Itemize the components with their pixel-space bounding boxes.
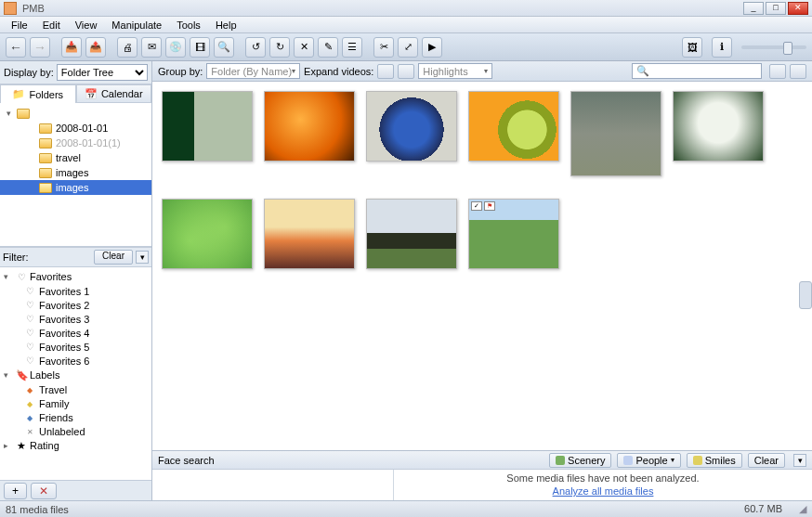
tree-item-selected[interactable]: images bbox=[0, 180, 151, 195]
label-item[interactable]: Friends bbox=[0, 410, 151, 424]
close-button[interactable]: ✕ bbox=[788, 2, 808, 15]
zoom-slider[interactable] bbox=[741, 45, 806, 49]
expand-videos-label: Expand videos: bbox=[304, 66, 373, 77]
tree-item[interactable]: travel bbox=[0, 150, 151, 165]
label-item[interactable]: Unlabeled bbox=[0, 424, 151, 438]
rating-heading: Rating bbox=[30, 440, 59, 451]
menu-manipulate[interactable]: Manipulate bbox=[104, 18, 169, 32]
favorite-item[interactable]: Favorites 5 bbox=[0, 340, 151, 354]
tree-item-label: images bbox=[56, 182, 88, 193]
thumbnail[interactable] bbox=[162, 91, 253, 162]
display-by-select[interactable]: Folder Tree bbox=[57, 64, 148, 81]
label-item[interactable]: Travel bbox=[0, 382, 151, 396]
favorite-item[interactable]: Favorites 2 bbox=[0, 298, 151, 312]
remove-button[interactable]: ✕ bbox=[31, 483, 57, 499]
tree-item[interactable]: 2008-01-01 bbox=[0, 121, 151, 136]
heart-icon bbox=[24, 342, 35, 352]
search-input[interactable]: 🔍 bbox=[632, 63, 762, 79]
minimize-button[interactable]: _ bbox=[743, 2, 764, 15]
maximize-button[interactable]: □ bbox=[766, 2, 786, 15]
status-file-count: 81 media files bbox=[6, 504, 69, 515]
thumbnail[interactable] bbox=[264, 199, 355, 269]
view-detail-button[interactable] bbox=[790, 64, 806, 79]
landscape-button[interactable]: 🖼 bbox=[682, 37, 702, 58]
label-text: Friends bbox=[39, 412, 73, 423]
edit-button[interactable]: ✎ bbox=[318, 37, 338, 58]
search-icon: 🔍 bbox=[636, 65, 649, 77]
add-button[interactable]: + bbox=[4, 483, 27, 499]
thumbnail[interactable]: ✓ ⚑ bbox=[468, 199, 559, 269]
analyze-link[interactable]: Analyze all media files bbox=[401, 485, 805, 497]
expand-videos-film-button[interactable] bbox=[377, 64, 394, 79]
disc-button[interactable]: 💿 bbox=[165, 37, 186, 58]
favorite-label: Favorites 3 bbox=[39, 314, 89, 325]
tag-icon: 🔖 bbox=[16, 369, 27, 381]
movie-button[interactable]: 🎞 bbox=[190, 37, 210, 58]
menu-file[interactable]: File bbox=[4, 18, 35, 32]
scenery-button[interactable]: Scenery bbox=[549, 453, 611, 468]
resize-grip-icon[interactable]: ◢ bbox=[799, 503, 806, 515]
back-button[interactable] bbox=[6, 37, 26, 58]
import-button[interactable]: 📥 bbox=[61, 37, 82, 58]
info-button[interactable]: ℹ bbox=[712, 37, 732, 58]
mail-button[interactable]: ✉ bbox=[141, 37, 162, 58]
thumbnail[interactable] bbox=[366, 199, 457, 269]
favorite-item[interactable]: Favorites 1 bbox=[0, 284, 151, 298]
arrow-left-icon bbox=[9, 40, 22, 55]
filter-button[interactable]: ☰ bbox=[342, 37, 362, 58]
tree-root[interactable]: ▾ bbox=[0, 106, 151, 121]
filter-clear-button[interactable]: Clear bbox=[94, 250, 133, 265]
delete-button[interactable]: ✕ bbox=[294, 37, 314, 58]
main-panel: Group by: Folder (By Name)▾ Expand video… bbox=[152, 61, 812, 500]
menu-edit[interactable]: Edit bbox=[35, 18, 68, 32]
group-by-select[interactable]: Folder (By Name)▾ bbox=[206, 63, 300, 79]
expand-button[interactable]: ⤢ bbox=[398, 37, 418, 58]
tree-item[interactable]: 2008-01-01(1) bbox=[0, 136, 151, 150]
thumbnail[interactable] bbox=[366, 91, 457, 162]
labels-section[interactable]: ▾🔖 Labels bbox=[0, 368, 151, 382]
highlights-select[interactable]: Highlights▾ bbox=[418, 63, 492, 79]
crop-button[interactable]: ✂ bbox=[373, 37, 394, 58]
rotate-ccw-button[interactable]: ↺ bbox=[245, 37, 266, 58]
face-collapse-button[interactable]: ▾ bbox=[793, 454, 806, 467]
favorite-item[interactable]: Favorites 6 bbox=[0, 354, 151, 368]
smiles-button[interactable]: Smiles bbox=[687, 453, 742, 468]
scrollbar-thumb[interactable] bbox=[799, 281, 812, 309]
play-button[interactable]: ▶ bbox=[422, 37, 442, 58]
analyze-message: Some media files have not been analyzed. bbox=[401, 472, 805, 484]
view-grid-button[interactable] bbox=[769, 64, 786, 79]
rating-section[interactable]: ▸★ Rating bbox=[0, 438, 151, 453]
print-button[interactable]: 🖨 bbox=[117, 37, 138, 58]
face-clear-button[interactable]: Clear bbox=[748, 453, 785, 468]
expand-videos-frame-button[interactable] bbox=[398, 64, 414, 79]
favorites-section[interactable]: ▾ Favorites bbox=[0, 269, 151, 284]
forward-button[interactable] bbox=[30, 37, 50, 58]
face-search-strip bbox=[152, 470, 394, 500]
thumbnail[interactable] bbox=[264, 91, 355, 162]
tree-item[interactable]: images bbox=[0, 165, 151, 180]
menu-help[interactable]: Help bbox=[208, 18, 244, 32]
filter-collapse-button[interactable]: ▾ bbox=[136, 251, 149, 264]
export-button[interactable]: 📤 bbox=[85, 37, 106, 58]
tree-item-label: images bbox=[56, 167, 88, 178]
tree-item-label: 2008-01-01 bbox=[56, 123, 108, 134]
menu-tools[interactable]: Tools bbox=[169, 18, 208, 32]
thumbnail[interactable] bbox=[570, 91, 661, 176]
check-icon: ✓ bbox=[471, 201, 482, 211]
favorites-heading: Favorites bbox=[30, 271, 72, 282]
favorite-item[interactable]: Favorites 3 bbox=[0, 312, 151, 326]
tab-calendar[interactable]: 📅 Calendar bbox=[76, 84, 152, 103]
filter-tree: ▾ Favorites Favorites 1 Favorites 2 Favo… bbox=[0, 267, 151, 480]
rotate-cw-button[interactable]: ↻ bbox=[269, 37, 290, 58]
thumbnail[interactable] bbox=[673, 91, 764, 162]
label-text: Travel bbox=[39, 384, 67, 395]
folder-open-icon bbox=[39, 183, 52, 193]
search-tool-button[interactable]: 🔍 bbox=[214, 37, 234, 58]
favorite-item[interactable]: Favorites 4 bbox=[0, 326, 151, 340]
menu-view[interactable]: View bbox=[68, 18, 105, 32]
people-button[interactable]: People▾ bbox=[617, 453, 680, 468]
label-item[interactable]: Family bbox=[0, 396, 151, 410]
thumbnail[interactable] bbox=[162, 199, 253, 269]
thumbnail[interactable] bbox=[468, 91, 559, 162]
tab-folders[interactable]: 📁 Folders bbox=[0, 84, 76, 103]
